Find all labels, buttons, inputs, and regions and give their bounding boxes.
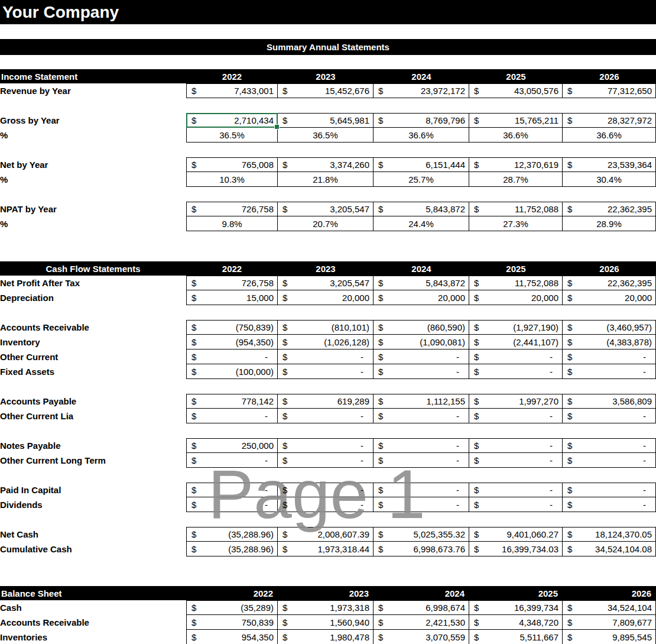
- money-cell[interactable]: $(1,026,128): [278, 335, 374, 349]
- percent-cell[interactable]: 36.5%: [278, 128, 374, 143]
- row-label-cell[interactable]: Cumulative Cash: [0, 542, 186, 556]
- money-cell[interactable]: $(1,927,190): [469, 320, 563, 335]
- money-cell[interactable]: $(810,101): [278, 320, 374, 335]
- row-label-cell[interactable]: Inventories: [0, 630, 186, 644]
- money-cell[interactable]: $(35,288.96): [186, 542, 278, 556]
- money-cell[interactable]: $5,843,872: [374, 202, 469, 216]
- money-cell[interactable]: $5,025,355.32: [374, 527, 469, 542]
- money-cell[interactable]: $954,350: [186, 630, 278, 644]
- money-cell[interactable]: $15,765,211: [469, 113, 563, 128]
- money-cell[interactable]: $43,050,576: [469, 83, 563, 98]
- row-label-cell[interactable]: Accounts Receivable: [0, 320, 186, 335]
- row-label-cell[interactable]: Paid In Capital: [0, 483, 186, 497]
- percent-cell[interactable]: 36.5%: [186, 128, 278, 143]
- row-label-cell[interactable]: Inventory: [0, 335, 186, 349]
- money-cell[interactable]: $5,645,981: [278, 113, 374, 128]
- money-cell[interactable]: $-: [469, 453, 563, 468]
- money-cell[interactable]: $2,421,530: [374, 615, 469, 630]
- year-header-cell[interactable]: 2023: [278, 69, 374, 83]
- money-cell[interactable]: $22,362,395: [563, 202, 656, 216]
- year-header-cell[interactable]: 2022: [186, 69, 278, 83]
- money-cell[interactable]: $9,895,545: [563, 630, 656, 644]
- money-cell[interactable]: $(954,350): [186, 335, 278, 349]
- money-cell[interactable]: $-: [278, 349, 374, 364]
- row-label-cell[interactable]: Gross by Year: [0, 113, 186, 128]
- money-cell[interactable]: $1,980,478: [278, 630, 374, 644]
- row-label-cell[interactable]: Other Current: [0, 349, 186, 364]
- money-cell[interactable]: $-: [563, 483, 656, 497]
- row-label-cell[interactable]: %: [0, 216, 186, 231]
- money-cell[interactable]: $9,401,060.27: [469, 527, 563, 542]
- money-cell[interactable]: $3,205,547: [278, 276, 374, 290]
- row-label-cell[interactable]: Net Profit After Tax: [0, 276, 186, 290]
- percent-cell[interactable]: 24.4%: [374, 216, 469, 231]
- row-label-cell[interactable]: Accounts Receivable: [0, 615, 186, 630]
- money-cell[interactable]: $-: [469, 349, 563, 364]
- percent-cell[interactable]: 28.7%: [469, 172, 563, 187]
- row-label-cell[interactable]: Dividends: [0, 497, 186, 512]
- money-cell[interactable]: $(1,090,081): [374, 335, 469, 349]
- money-cell[interactable]: $(100,000): [186, 364, 278, 379]
- money-cell[interactable]: $2,008,607.39: [278, 527, 374, 542]
- year-header-cell[interactable]: 2022: [186, 586, 278, 600]
- percent-cell[interactable]: 9.8%: [186, 216, 278, 231]
- money-cell[interactable]: $11,752,088: [469, 276, 563, 290]
- money-cell[interactable]: $(750,839): [186, 320, 278, 335]
- row-label-cell[interactable]: NPAT by Year: [0, 202, 186, 216]
- money-cell[interactable]: $-: [469, 483, 563, 497]
- money-cell[interactable]: $619,289: [278, 394, 374, 409]
- year-header-cell[interactable]: 2022: [186, 261, 278, 276]
- percent-cell[interactable]: 10.3%: [186, 172, 278, 187]
- money-cell[interactable]: $(2,441,107): [469, 335, 563, 349]
- money-cell[interactable]: $34,524,104: [563, 600, 656, 615]
- money-cell[interactable]: $3,205,547: [278, 202, 374, 216]
- money-cell[interactable]: $20,000: [278, 290, 374, 305]
- money-cell[interactable]: $-: [278, 364, 374, 379]
- money-cell[interactable]: $-: [374, 438, 469, 453]
- money-cell[interactable]: $6,998,674: [374, 600, 469, 615]
- money-cell[interactable]: $20,000: [563, 290, 656, 305]
- row-label-cell[interactable]: Revenue by Year: [0, 83, 186, 98]
- money-cell[interactable]: $(35,289): [186, 600, 278, 615]
- money-cell[interactable]: $-: [186, 497, 278, 512]
- money-cell[interactable]: $-: [469, 497, 563, 512]
- money-cell[interactable]: $15,000: [186, 290, 278, 305]
- money-cell[interactable]: $16,399,734: [469, 600, 563, 615]
- money-cell[interactable]: $5,511,667: [469, 630, 563, 644]
- year-header-cell[interactable]: 2024: [374, 69, 469, 83]
- section-title[interactable]: Cash Flow Statements: [0, 261, 186, 276]
- money-cell[interactable]: $250,000: [186, 438, 278, 453]
- money-cell[interactable]: $3,374,260: [278, 157, 374, 172]
- money-cell[interactable]: $-: [563, 364, 656, 379]
- money-cell[interactable]: $778,142: [186, 394, 278, 409]
- money-cell[interactable]: $-: [186, 453, 278, 468]
- money-cell[interactable]: $750,839: [186, 615, 278, 630]
- percent-cell[interactable]: 28.9%: [563, 216, 656, 231]
- money-cell[interactable]: $-: [563, 349, 656, 364]
- row-label-cell[interactable]: Accounts Payable: [0, 394, 186, 409]
- year-header-cell[interactable]: 2026: [563, 261, 656, 276]
- money-cell[interactable]: $-: [563, 453, 656, 468]
- money-cell[interactable]: $1,973,318: [278, 600, 374, 615]
- money-cell[interactable]: $12,370,619: [469, 157, 563, 172]
- money-cell[interactable]: $726,758: [186, 276, 278, 290]
- section-title[interactable]: Balance Sheet: [0, 586, 186, 600]
- row-label-cell[interactable]: Other Current Long Term: [0, 453, 186, 468]
- money-cell[interactable]: $(860,590): [374, 320, 469, 335]
- money-cell[interactable]: $-: [374, 497, 469, 512]
- money-cell[interactable]: $23,539,364: [563, 157, 656, 172]
- money-cell[interactable]: $6,151,444: [374, 157, 469, 172]
- percent-cell[interactable]: 25.7%: [374, 172, 469, 187]
- percent-cell[interactable]: 36.6%: [374, 128, 469, 143]
- money-cell[interactable]: $(3,460,957): [563, 320, 656, 335]
- row-label-cell[interactable]: %: [0, 172, 186, 187]
- percent-cell[interactable]: 20.7%: [278, 216, 374, 231]
- money-cell[interactable]: $-: [563, 497, 656, 512]
- money-cell[interactable]: $-: [469, 409, 563, 423]
- money-cell[interactable]: $20,000: [469, 290, 563, 305]
- money-cell[interactable]: $1,112,155: [374, 394, 469, 409]
- money-cell[interactable]: $4,348,720: [469, 615, 563, 630]
- year-header-cell[interactable]: 2026: [563, 586, 656, 600]
- row-label-cell[interactable]: Cash: [0, 600, 186, 615]
- row-label-cell[interactable]: Net by Year: [0, 157, 186, 172]
